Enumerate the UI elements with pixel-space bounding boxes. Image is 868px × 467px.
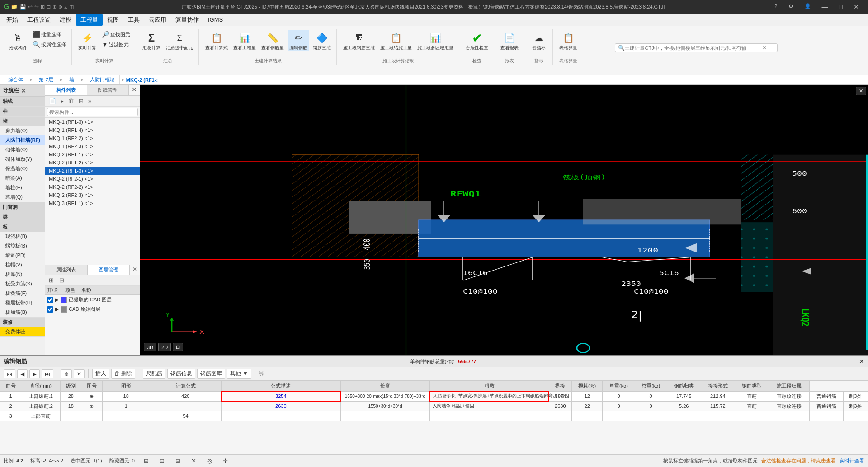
lp-close[interactable]: ✕ [130,265,140,275]
sidebar-finish-title[interactable]: 装修 [0,318,45,327]
menu-item-collab[interactable]: 算量协作 [171,14,203,26]
cp-item-mkq1-rf23[interactable]: MKQ-1 (RF2-3) <1> [45,142,140,150]
sidebar-item-decoration[interactable]: 免费体验 [0,327,45,336]
cad-close-btn[interactable]: ✕ [856,87,866,95]
table-row[interactable]: 2 上部纵筋.2 18 ⊕ 1 2630 1550+30*d+30*d 人防墙争… [0,401,868,411]
status-snap-icon[interactable]: ⊡ [158,457,166,465]
bp-prev-btn[interactable]: ◀ [17,369,28,378]
menu-icon-save[interactable]: 💾 [19,4,26,10]
menu-item-quantity[interactable]: 工程量 [76,14,103,26]
btn-cloud-index[interactable]: ☁ 云指标 [529,30,549,51]
menu-item-cloud[interactable]: 云应用 [144,14,171,26]
cp-item-mkq1-4[interactable]: MKQ-1 (RF1-4) <1> [45,126,140,134]
nav-floor[interactable]: 第-2层 [34,75,58,84]
btn-view-rebar[interactable]: 📏 查看钢筋量 [259,30,286,51]
bp-insert-btn[interactable]: 插入 [92,369,109,379]
settings-icon[interactable]: ⚙ [783,3,799,10]
btn-seg-result[interactable]: 📋 施工段结施工量 [378,30,414,51]
cp-tab-drawing[interactable]: 图纸管理 [87,85,129,95]
cp-close[interactable]: ✕ [129,85,140,95]
btn-seg-rebar3d[interactable]: 🏗 施工段钢筋三维 [341,30,377,51]
btn-summary-calc[interactable]: Σ 汇总计算 [141,30,162,51]
lp-check-extracted[interactable] [47,297,53,303]
btn-view-formula[interactable]: 📋 查看计算式 [203,30,230,51]
undo-icon[interactable]: ↩ [28,4,33,10]
bp-last-btn[interactable]: ⏭ [42,369,53,378]
table-row[interactable]: 1 上部纵筋.1 28 ⊕ 18 420 3254 1550+300-20-ma… [0,391,868,401]
sidebar-item-hbeam[interactable]: 暗梁(A) [0,173,45,183]
cp-item-mkq3-rf11[interactable]: MKQ-3 (RF1-1) <1> [45,199,140,207]
ribbon-search-input[interactable] [625,45,760,51]
btn-view-report[interactable]: 📄 查看报表 [499,30,520,51]
bp-dim-btn[interactable]: 尺配筋 [143,369,165,379]
lp-check-original[interactable] [47,306,53,313]
btn-realtime-calc[interactable]: ⚡ 实时计算 [76,30,98,51]
maximize-button[interactable]: □ [834,3,848,10]
sidebar-door-title[interactable]: 门窗洞 [0,202,45,212]
bp-info-btn[interactable]: 钢筋信息 [167,369,195,379]
lp-grid-btn[interactable]: ⊞ [47,276,56,285]
status-polar-icon[interactable]: ✕ [189,457,198,465]
sidebar-item-slabaddrebar[interactable]: 板加筋(B) [0,308,45,317]
sidebar-item-slabthick[interactable]: 板厚(N) [0,270,45,279]
redo-icon[interactable]: ↪ [34,4,39,10]
bp-close-btn[interactable]: ✕ [859,358,864,365]
bp-new-btn[interactable]: ⊕ [61,369,72,378]
btn-attr-select[interactable]: 🔍 按属性选择 [31,40,68,49]
cp-item-mkq1-rf22[interactable]: MKQ-1 (RF2-2) <1> [45,134,140,142]
menu-item-tools[interactable]: 工具 [123,14,144,26]
sidebar-slab-title[interactable]: 板 [0,222,45,232]
close-button[interactable]: ✕ [848,3,864,10]
btn-summary-selected[interactable]: Σ 汇总选中面元 [164,30,195,51]
sidebar-item-floorband[interactable]: 楼层板带(H) [0,298,45,308]
sidebar-item-slabrebar[interactable]: 板受力筋(S) [0,279,45,289]
user-icon[interactable]: 👤 [799,3,816,10]
sidebar-column-title[interactable]: 柱 [0,107,45,116]
minimize-button[interactable]: — [816,3,834,10]
menu-item-start[interactable]: 开始 [2,14,23,26]
ribbon-search-close[interactable]: ✕ [762,45,767,51]
btn-rebar-3d[interactable]: 🔷 钢筋三维 [311,30,333,51]
toolbar-icon-2[interactable]: ⊟ [47,4,51,10]
sidebar-item-spiralslab[interactable]: 螺旋板(B) [0,241,45,251]
bp-first-btn[interactable]: ⏮ [4,369,15,378]
sidebar-item-wallcol[interactable]: 墙柱(E) [0,183,45,192]
toolbar-icon-1[interactable]: ⊞ [41,4,45,10]
cp-item-mkq2-rf23[interactable]: MKQ-2 (RF2-3) <1> [45,191,140,199]
menu-item-igms[interactable]: IGMS [203,14,227,25]
sidebar-item-curtain[interactable]: 幕墙(Q) [0,192,45,202]
menu-icon-file[interactable]: 📁 [11,4,18,10]
sidebar-item-rfwall[interactable]: 人防门框墙(RF) [0,135,45,145]
lp-layers-btn[interactable]: ⊟ [57,276,66,285]
cp-delete-btn[interactable]: 🗑 [66,97,76,105]
toolbar-icon-4[interactable]: ⊗ [58,4,62,10]
cad-close[interactable]: ✕ [856,87,866,95]
btn-find-element[interactable]: 🔎 查找图元 [100,30,132,39]
sidebar-close[interactable]: ✕ [21,87,26,94]
toolbar-icon-3[interactable]: ⊕ [52,4,57,10]
sidebar-item-blockwall[interactable]: 砌体墙(Q) [0,145,45,154]
sidebar-item-shearwall[interactable]: 剪力墙(Q) [0,126,45,135]
cp-item-mkq2-rf21[interactable]: MKQ-2 (RF2-1) <1> [45,175,140,183]
sidebar-item-slabnegs[interactable]: 板负筋(F) [0,289,45,298]
cp-lock-btn[interactable]: ⊞ [77,97,85,105]
cp-search-input[interactable] [47,108,138,116]
status-cursor-icon[interactable]: ✛ [221,457,230,465]
vc-3d-btn[interactable]: 3D [144,343,156,351]
cp-item-mkq2-rf22[interactable]: MKQ-2 (RF2-2) <1> [45,183,140,191]
sidebar-item-inswall[interactable]: 保温墙(Q) [0,164,45,173]
cp-copy-btn[interactable]: ▸ [59,97,66,105]
status-grid-icon[interactable]: ⊞ [142,457,151,465]
btn-batch-select[interactable]: ⬛ 批量选择 [31,30,68,39]
lp-expand-original[interactable]: ▶ [55,307,59,312]
bp-remove-btn[interactable]: 🗑 删除 [111,369,135,379]
btn-view-quantity[interactable]: 📊 查看工程量 [231,30,258,51]
status-osnap-icon[interactable]: ◎ [205,457,214,465]
btn-edit-rebar[interactable]: ✏ 编辑钢筋 [288,30,309,51]
btn-filter-element[interactable]: ▼ 过滤图元 [100,40,132,49]
lp-tab-layers[interactable]: 图层管理 [88,265,130,275]
cp-item-mkq1-3[interactable]: MKQ-1 (RF1-3) <1> [45,118,140,126]
sidebar-beam-title[interactable]: 梁 [0,212,45,222]
toolbar-icon-6[interactable]: ◫ [69,4,74,10]
cp-item-mkq2-1[interactable]: MKQ-2 (RF1-1) <1> [45,150,140,159]
